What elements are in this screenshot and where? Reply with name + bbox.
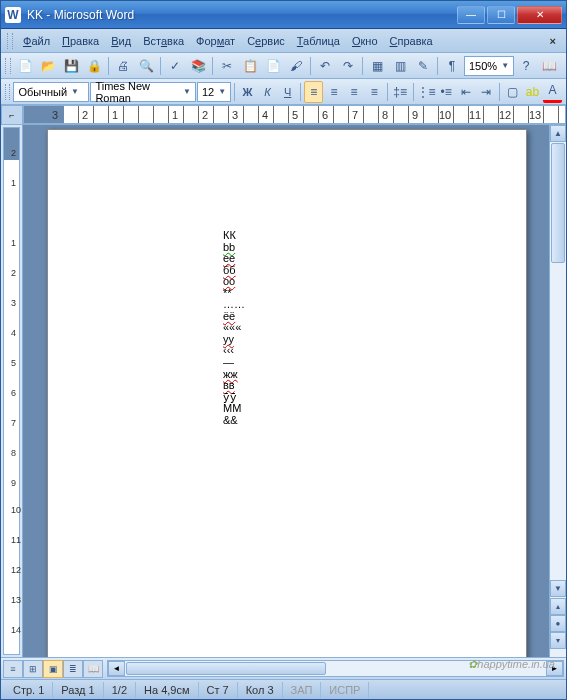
redo-button[interactable]: ↷: [337, 55, 359, 77]
scroll-thumb[interactable]: [551, 143, 565, 263]
separator: [499, 83, 500, 101]
menu-file[interactable]: ФФайлайл: [17, 33, 56, 49]
font-color-button[interactable]: A: [543, 81, 562, 103]
separator: [300, 83, 301, 101]
status-section[interactable]: Разд 1: [53, 682, 103, 698]
spellcheck-button[interactable]: ✓: [164, 55, 186, 77]
text-line: ММ: [223, 403, 423, 415]
format-painter-button[interactable]: 🖌: [285, 55, 307, 77]
text-line: ёё: [223, 311, 423, 323]
word-window: W KK - Microsoft Word ― ☐ ✕ ФФайлайл Пра…: [0, 0, 567, 700]
text-line: ee: [223, 253, 423, 265]
align-right-button[interactable]: ≡: [345, 81, 364, 103]
bullets-button[interactable]: •≡: [437, 81, 456, 103]
cut-button[interactable]: ✂: [216, 55, 238, 77]
browse-object-button[interactable]: ●: [550, 615, 566, 632]
print-view-button[interactable]: ▣: [43, 660, 63, 678]
menu-tools[interactable]: Сервис: [241, 33, 291, 49]
bold-button[interactable]: Ж: [238, 81, 257, 103]
toolbar-grip[interactable]: [5, 58, 11, 74]
open-button[interactable]: 📂: [37, 55, 59, 77]
font-combo[interactable]: Times New Roman▼: [90, 82, 195, 102]
menubar-grip[interactable]: [7, 33, 13, 49]
normal-view-button[interactable]: ≡: [3, 660, 23, 678]
drawing-button[interactable]: ✎: [412, 55, 434, 77]
align-left-button[interactable]: ≡: [304, 81, 323, 103]
vertical-ruler-area: 21 12 34 56 78 910 1112 1314: [1, 125, 23, 657]
status-col[interactable]: Кол 3: [238, 682, 283, 698]
status-pages[interactable]: 1/2: [104, 682, 136, 698]
text-line: уу: [223, 334, 423, 346]
menu-view[interactable]: Вид: [105, 33, 137, 49]
research-button[interactable]: 📚: [187, 55, 209, 77]
scroll-up-button[interactable]: ▲: [550, 125, 566, 142]
status-at[interactable]: На 4,9см: [136, 682, 198, 698]
prev-page-button[interactable]: ▴: [550, 598, 566, 615]
scroll-left-button[interactable]: ◄: [108, 661, 125, 676]
permissions-button[interactable]: 🔒: [83, 55, 105, 77]
justify-button[interactable]: ≡: [365, 81, 384, 103]
text-line: жж: [223, 369, 423, 381]
menu-format[interactable]: Формат: [190, 33, 241, 49]
zoom-value: 150%: [469, 60, 497, 72]
vertical-ruler[interactable]: 21 12 34 56 78 910 1112 1314: [3, 127, 20, 655]
page[interactable]: КК bb ee бб оо ** …… ёё ««« уу ‹‹‹ — жж …: [47, 129, 527, 657]
italic-button[interactable]: К: [258, 81, 277, 103]
font-value: Times New Roman: [95, 80, 179, 104]
next-page-button[interactable]: ▾: [550, 632, 566, 649]
toolbar-grip[interactable]: [5, 84, 10, 100]
status-rev[interactable]: ИСПР: [321, 682, 369, 698]
scroll-down-button[interactable]: ▼: [550, 580, 566, 597]
help-button[interactable]: ?: [515, 55, 537, 77]
numbering-button[interactable]: ⋮≡: [417, 81, 436, 103]
style-value: Обычный: [18, 86, 67, 98]
style-combo[interactable]: Обычный▼: [13, 82, 89, 102]
statusbar: Стр. 1 Разд 1 1/2 На 4,9см Ст 7 Кол 3 ЗА…: [1, 679, 566, 699]
separator: [413, 83, 414, 101]
status-line[interactable]: Ст 7: [199, 682, 238, 698]
table-button[interactable]: ▦: [366, 55, 388, 77]
minimize-button[interactable]: ―: [457, 6, 485, 24]
line-spacing-button[interactable]: ‡≡: [391, 81, 410, 103]
paste-button[interactable]: 📄: [262, 55, 284, 77]
vertical-scrollbar[interactable]: ▲ ▼ ▴ ● ▾: [549, 125, 566, 657]
document-area[interactable]: КК bb ee бб оо ** …… ёё ««« уу ‹‹‹ — жж …: [23, 125, 566, 657]
underline-button[interactable]: Ч: [278, 81, 297, 103]
align-center-button[interactable]: ≡: [324, 81, 343, 103]
outline-view-button[interactable]: ≣: [63, 660, 83, 678]
read-button[interactable]: 📖: [538, 55, 560, 77]
undo-button[interactable]: ↶: [314, 55, 336, 77]
maximize-button[interactable]: ☐: [487, 6, 515, 24]
menu-edit[interactable]: Правка: [56, 33, 105, 49]
status-page[interactable]: Стр. 1: [5, 682, 53, 698]
copy-button[interactable]: 📋: [239, 55, 261, 77]
doc-close-button[interactable]: ×: [546, 35, 560, 47]
status-rec[interactable]: ЗАП: [283, 682, 322, 698]
menu-table[interactable]: Таблица: [291, 33, 346, 49]
preview-button[interactable]: 🔍: [135, 55, 157, 77]
menu-help[interactable]: Справка: [384, 33, 439, 49]
indent-button[interactable]: ⇥: [477, 81, 496, 103]
menu-insert[interactable]: Вставка: [137, 33, 190, 49]
close-button[interactable]: ✕: [517, 6, 562, 24]
window-controls: ― ☐ ✕: [457, 6, 562, 24]
borders-button[interactable]: ▢: [503, 81, 522, 103]
new-doc-button[interactable]: 📄: [14, 55, 36, 77]
word-app-icon: W: [5, 7, 21, 23]
highlight-button[interactable]: ab: [523, 81, 542, 103]
ruler-corner[interactable]: ⌐: [1, 105, 23, 125]
horizontal-ruler[interactable]: 321 123 456 789 101112 13: [23, 105, 566, 124]
zoom-combo[interactable]: 150%▼: [464, 56, 514, 76]
separator: [234, 83, 235, 101]
menu-window[interactable]: Окно: [346, 33, 384, 49]
save-button[interactable]: 💾: [60, 55, 82, 77]
show-marks-button[interactable]: ¶: [441, 55, 463, 77]
page-content[interactable]: КК bb ee бб оо ** …… ёё ««« уу ‹‹‹ — жж …: [223, 230, 423, 426]
size-combo[interactable]: 12▼: [197, 82, 231, 102]
reading-view-button[interactable]: 📖: [83, 660, 103, 678]
outdent-button[interactable]: ⇤: [457, 81, 476, 103]
columns-button[interactable]: ▥: [389, 55, 411, 77]
print-button[interactable]: 🖨: [112, 55, 134, 77]
web-view-button[interactable]: ⊞: [23, 660, 43, 678]
hscroll-thumb[interactable]: [126, 662, 326, 675]
